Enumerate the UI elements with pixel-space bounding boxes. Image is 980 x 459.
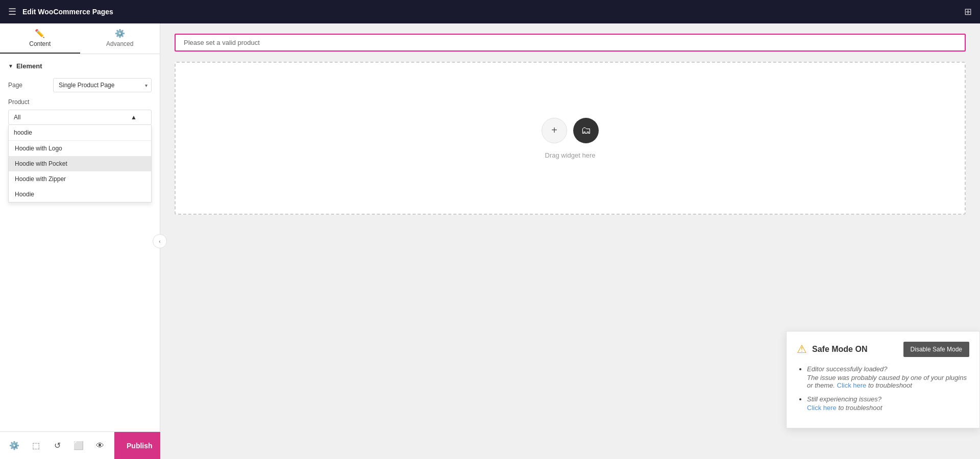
responsive-tool-btn[interactable]: ⬜ (68, 436, 89, 456)
product-dropdown-panel: Hoodie with Logo Hoodie with Pocket Hood… (8, 125, 152, 202)
tool-buttons: ⚙️ ⬚ ↺ ⬜ 👁 (0, 436, 114, 456)
error-banner: Please set a valid product (175, 34, 966, 52)
troubleshoot-link-1[interactable]: Click here (837, 381, 867, 389)
page-select-wrapper: Single Product Page Shop Page Cart Page … (53, 78, 152, 92)
product-option-hoodie-zipper[interactable]: Hoodie with Zipper (9, 171, 151, 187)
add-widget-btn[interactable]: + (542, 118, 567, 143)
safe-mode-title-row: ⚠ Safe Mode ON (797, 343, 867, 356)
tab-content[interactable]: ✏️ Content (0, 23, 80, 54)
safe-mode-panel: ⚠ Safe Mode ON Disable Safe Mode Editor … (786, 331, 980, 428)
content-tab-label: Content (29, 40, 51, 47)
safe-mode-item-2: Still experiencing issues? Click here to… (807, 395, 969, 412)
product-label: Product (8, 98, 152, 106)
safe-mode-item-1-body: The issue was probably caused by one of … (807, 374, 969, 389)
product-selected-value: All (14, 114, 20, 121)
page-select[interactable]: Single Product Page Shop Page Cart Page … (53, 78, 152, 92)
tab-advanced[interactable]: ⚙️ Advanced (80, 23, 160, 54)
page-field-row: Page Single Product Page Shop Page Cart … (8, 78, 152, 92)
warning-icon: ⚠ (797, 343, 807, 356)
error-message: Please set a valid product (184, 39, 260, 46)
content-tab-icon: ✏️ (35, 29, 45, 38)
grid-icon[interactable]: ⊞ (964, 6, 972, 17)
hamburger-icon[interactable]: ☰ (8, 6, 16, 17)
safe-mode-list: Editor successfully loaded? The issue wa… (797, 365, 969, 412)
safe-mode-title: Safe Mode ON (812, 345, 867, 354)
sidebar-tabs: ✏️ Content ⚙️ Advanced (0, 23, 160, 54)
element-section-arrow: ▼ (8, 63, 13, 69)
product-dropdown: All ▲ Hoodie with Logo Hoodie with Pocke… (8, 110, 152, 125)
app-title: Edit WooCommerce Pages (22, 8, 113, 16)
top-bar: ☰ Edit WooCommerce Pages ⊞ (0, 0, 980, 23)
drop-zone-text: Drag widget here (545, 151, 596, 159)
product-select-up-arrow: ▲ (131, 114, 137, 121)
publish-button[interactable]: Publish (114, 432, 165, 459)
history-tool-btn[interactable]: ↺ (47, 436, 67, 456)
advanced-tab-label: Advanced (106, 40, 133, 47)
settings-tool-btn[interactable]: ⚙️ (4, 436, 24, 456)
product-option-label: Hoodie with Logo (15, 145, 62, 152)
element-section-header[interactable]: ▼ Element (8, 62, 152, 70)
product-option-label: Hoodie with Pocket (15, 160, 67, 167)
safe-mode-item-1: Editor successfully loaded? The issue wa… (807, 365, 969, 389)
bottom-toolbar: ⚙️ ⬚ ↺ ⬜ 👁 Publish ▲ (0, 431, 160, 459)
page-label: Page (8, 82, 49, 89)
safe-mode-item-2-heading: Still experiencing issues? (807, 395, 969, 403)
product-option-hoodie-logo[interactable]: Hoodie with Logo (9, 141, 151, 156)
publish-label: Publish (127, 442, 153, 450)
product-option-label: Hoodie (15, 191, 34, 198)
safe-mode-header: ⚠ Safe Mode ON Disable Safe Mode (797, 342, 969, 357)
product-search-input[interactable] (9, 125, 151, 141)
preview-tool-btn[interactable]: 👁 (90, 436, 110, 456)
troubleshoot-link-2[interactable]: Click here (807, 404, 837, 412)
disable-safe-mode-btn[interactable]: Disable Safe Mode (903, 342, 969, 357)
drop-zone: + 🗂 Drag widget here (175, 62, 966, 215)
sidebar-content: ▼ Element Page Single Product Page Shop … (0, 54, 160, 431)
sidebar: ✏️ Content ⚙️ Advanced ▼ Element Page Si… (0, 23, 160, 459)
safe-mode-item-2-body: Click here to troubleshoot (807, 404, 969, 412)
folder-btn[interactable]: 🗂 (573, 118, 599, 143)
element-section-title: Element (16, 62, 42, 70)
safe-mode-item-1-heading: Editor successfully loaded? (807, 365, 969, 373)
disable-safe-label: Disable Safe Mode (911, 346, 962, 353)
product-option-hoodie[interactable]: Hoodie (9, 187, 151, 202)
product-option-label: Hoodie with Zipper (15, 175, 66, 183)
sidebar-collapse-btn[interactable]: ‹ (153, 234, 167, 248)
layers-tool-btn[interactable]: ⬚ (26, 436, 46, 456)
product-option-hoodie-pocket[interactable]: Hoodie with Pocket (9, 156, 151, 171)
drop-zone-actions: + 🗂 (542, 118, 599, 143)
advanced-tab-icon: ⚙️ (115, 29, 125, 38)
product-select-display[interactable]: All ▲ (8, 110, 152, 125)
